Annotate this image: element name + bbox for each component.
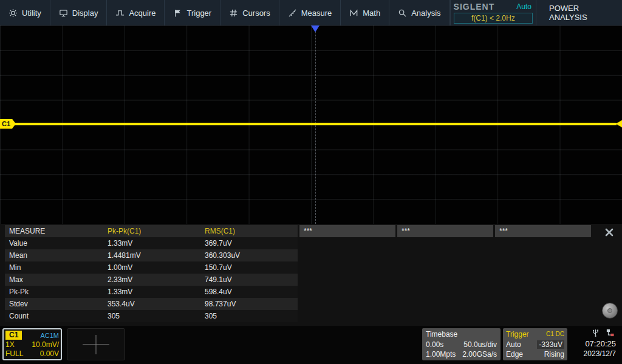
oscilloscope-screen: Utility Display Acquire: [0, 0, 622, 364]
timebase-sample-rate: 2.00GSa/s: [462, 350, 497, 359]
top-menu-bar: Utility Display Acquire: [0, 0, 622, 25]
row-value-pkpk: 305: [103, 310, 200, 322]
timebase-memory: 1.00Mpts: [426, 350, 456, 359]
trigger-level: -333uV: [537, 340, 564, 349]
table-row: Value 1.33mV 369.7uV: [5, 237, 298, 249]
trigger-title: Trigger: [506, 330, 529, 339]
menu-math-label: Math: [363, 8, 380, 18]
trigger-descriptor[interactable]: Trigger C1 DC Auto -333uV Edge Rising: [503, 328, 567, 360]
column-empty-1: ***: [299, 225, 395, 237]
channel-name-badge: C1: [5, 331, 22, 340]
menu-display-label: Display: [72, 8, 98, 18]
column-rms-c1: RMS(C1): [200, 225, 298, 237]
row-label: Mean: [5, 249, 103, 261]
menu-cursors[interactable]: Cursors: [220, 0, 279, 25]
row-value-pkpk: 1.00mV: [103, 261, 200, 274]
clock-time: 07:20:25: [584, 339, 616, 349]
timebase-delay: 0.00s: [426, 340, 443, 349]
menu-trigger-label: Trigger: [186, 8, 211, 18]
flag-icon: [173, 8, 182, 18]
ruler-icon: [288, 8, 297, 18]
position-indicator-box: [67, 328, 125, 360]
timebase-descriptor[interactable]: Timebase 0.00s 50.0us/div 1.00Mpts 2.00G…: [422, 328, 501, 360]
channel-offset: 0.00V: [40, 349, 59, 358]
monitor-icon: [59, 8, 68, 18]
row-label: Stdev: [5, 298, 103, 310]
row-value-rms: 150.7uV: [200, 261, 298, 274]
menu-measure-label: Measure: [301, 8, 332, 18]
gear-icon: [9, 8, 18, 18]
channel-attenuation: 1X: [5, 340, 15, 349]
menu-utility[interactable]: Utility: [0, 0, 50, 25]
row-value-rms: 598.4uV: [200, 286, 298, 298]
row-label: Value: [5, 237, 103, 249]
row-value-pkpk: 1.33mV: [103, 286, 200, 298]
power-analysis-label: POWER ANALYSIS: [549, 4, 614, 22]
system-icons: [591, 328, 615, 337]
measure-table-header: MEASURE Pk-Pk(C1) RMS(C1) *** *** ***: [5, 225, 591, 237]
trigger-source: C1 DC: [546, 330, 564, 339]
table-row: Min 1.00mV 150.7uV: [5, 261, 298, 274]
channel1-trace: [9, 123, 617, 125]
menu-display[interactable]: Display: [50, 0, 108, 25]
row-label: Min: [5, 261, 103, 274]
table-row: Count 305 305: [5, 310, 298, 322]
row-value-pkpk: 1.4481mV: [103, 249, 200, 261]
acquisition-status: Auto: [516, 2, 533, 11]
pulse-icon: [115, 8, 125, 18]
row-value-rms: 98.737uV: [200, 298, 298, 310]
row-label: Max: [5, 274, 103, 286]
system-clock: 07:20:25 2023/12/7: [584, 339, 616, 359]
trigger-mode: Auto: [506, 340, 521, 349]
magnifier-icon: [398, 8, 407, 18]
row-value-pkpk: 2.33mV: [103, 274, 200, 286]
crosshair-icon: [96, 335, 97, 354]
timebase-title: Timebase: [426, 330, 457, 339]
row-value-pkpk: 1.33mV: [103, 237, 200, 249]
status-block: SIGLENT Auto f(C1) < 2.0Hz: [450, 0, 536, 25]
menu-trigger[interactable]: Trigger: [165, 0, 220, 25]
menu-math[interactable]: Math: [341, 0, 389, 25]
status-bar: C1 AC1M 1X 10.0mV/ FULL 0.00V Timebase 0…: [0, 326, 622, 364]
channel-bandwidth: FULL: [5, 349, 23, 358]
menu-acquire-label: Acquire: [129, 8, 156, 18]
trace-end-arrow: [616, 120, 622, 127]
column-empty-3: ***: [495, 225, 591, 237]
channel1-level-marker[interactable]: C1: [0, 119, 12, 129]
close-measure-button[interactable]: [601, 226, 617, 241]
table-row: Mean 1.4481mV 360.303uV: [5, 249, 298, 261]
table-row: Pk-Pk 1.33mV 598.4uV: [5, 286, 298, 298]
menu-acquire[interactable]: Acquire: [107, 0, 165, 25]
close-icon: [604, 228, 614, 240]
row-label: Pk-Pk: [5, 286, 103, 298]
row-value-pkpk: 353.4uV: [103, 298, 200, 310]
row-value-rms: 360.303uV: [200, 249, 298, 261]
menu-analysis[interactable]: Analysis: [389, 0, 449, 25]
usb-icon: [591, 328, 600, 337]
trigger-slope: Rising: [544, 350, 564, 359]
trigger-frequency-readout: f(C1) < 2.0Hz: [454, 13, 533, 24]
channel-coupling: AC1M: [40, 332, 59, 339]
channel1-descriptor[interactable]: C1 AC1M 1X 10.0mV/ FULL 0.00V: [2, 328, 62, 360]
cursors-icon: [229, 8, 238, 18]
menu-cursors-label: Cursors: [242, 8, 270, 18]
measure-panel: MEASURE Pk-Pk(C1) RMS(C1) *** *** *** Va…: [0, 224, 622, 326]
menu-utility-label: Utility: [22, 8, 41, 18]
row-label: Count: [5, 310, 103, 322]
menu-power-analysis[interactable]: POWER ANALYSIS: [536, 0, 622, 25]
column-pkpk-c1: Pk-Pk(C1): [103, 225, 200, 237]
waveform-display[interactable]: C1: [0, 25, 622, 224]
measure-table-body: Value 1.33mV 369.7uV Mean 1.4481mV 360.3…: [5, 237, 298, 322]
math-icon: [349, 8, 358, 18]
trigger-position-marker[interactable]: [311, 25, 320, 32]
menu-analysis-label: Analysis: [411, 8, 440, 18]
brand-logo: SIGLENT: [454, 2, 495, 12]
lan-icon: [606, 328, 615, 337]
row-value-rms: 369.7uV: [200, 237, 298, 249]
menu-measure[interactable]: Measure: [279, 0, 341, 25]
table-row: Stdev 353.4uV 98.737uV: [5, 298, 298, 310]
row-value-rms: 749.1uV: [200, 274, 298, 286]
column-empty-2: ***: [397, 225, 493, 237]
table-row: Max 2.33mV 749.1uV: [5, 274, 298, 286]
measure-title: MEASURE: [5, 225, 103, 237]
